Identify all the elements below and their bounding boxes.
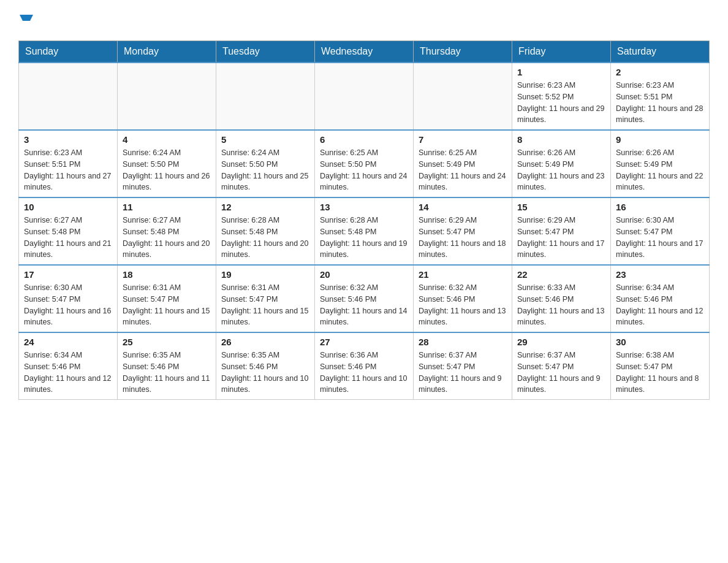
day-info: Sunrise: 6:26 AMSunset: 5:49 PMDaylight:…: [616, 147, 704, 193]
day-info: Sunrise: 6:35 AMSunset: 5:46 PMDaylight:…: [123, 350, 211, 396]
day-info: Sunrise: 6:27 AMSunset: 5:48 PMDaylight:…: [24, 215, 112, 261]
calendar-cell: 29Sunrise: 6:37 AMSunset: 5:47 PMDayligh…: [512, 332, 611, 400]
day-info: Sunrise: 6:30 AMSunset: 5:47 PMDaylight:…: [24, 282, 112, 328]
calendar-cell: 30Sunrise: 6:38 AMSunset: 5:47 PMDayligh…: [611, 332, 710, 400]
calendar-cell: 20Sunrise: 6:32 AMSunset: 5:46 PMDayligh…: [315, 265, 414, 332]
day-number: 6: [320, 134, 408, 145]
day-number: 18: [123, 269, 211, 280]
weekday-header-sunday: Sunday: [19, 41, 118, 63]
calendar-cell: 24Sunrise: 6:34 AMSunset: 5:46 PMDayligh…: [19, 332, 118, 400]
day-number: 12: [221, 202, 309, 212]
day-info: Sunrise: 6:37 AMSunset: 5:47 PMDaylight:…: [419, 350, 507, 396]
day-number: 13: [320, 202, 408, 212]
page-header: [18, 12, 710, 28]
day-number: 25: [123, 337, 211, 347]
calendar-cell: 27Sunrise: 6:36 AMSunset: 5:46 PMDayligh…: [315, 332, 414, 400]
calendar-cell: [216, 63, 315, 130]
day-number: 23: [616, 269, 704, 280]
day-info: Sunrise: 6:28 AMSunset: 5:48 PMDaylight:…: [320, 215, 408, 261]
week-row-5: 24Sunrise: 6:34 AMSunset: 5:46 PMDayligh…: [19, 332, 710, 400]
day-info: Sunrise: 6:24 AMSunset: 5:50 PMDaylight:…: [123, 147, 211, 193]
day-number: 11: [123, 202, 211, 212]
weekday-header-monday: Monday: [118, 41, 216, 63]
calendar-cell: 11Sunrise: 6:27 AMSunset: 5:48 PMDayligh…: [118, 197, 216, 265]
calendar-cell: 14Sunrise: 6:29 AMSunset: 5:47 PMDayligh…: [414, 197, 512, 265]
day-info: Sunrise: 6:34 AMSunset: 5:46 PMDaylight:…: [24, 350, 112, 396]
calendar-cell: [414, 63, 512, 130]
day-info: Sunrise: 6:32 AMSunset: 5:46 PMDaylight:…: [320, 282, 408, 328]
day-info: Sunrise: 6:33 AMSunset: 5:46 PMDaylight:…: [517, 282, 605, 328]
day-number: 5: [221, 134, 309, 145]
calendar-cell: 22Sunrise: 6:33 AMSunset: 5:46 PMDayligh…: [512, 265, 611, 332]
day-info: Sunrise: 6:25 AMSunset: 5:50 PMDaylight:…: [320, 147, 408, 193]
calendar-cell: 28Sunrise: 6:37 AMSunset: 5:47 PMDayligh…: [414, 332, 512, 400]
day-number: 9: [616, 134, 704, 145]
logo-triangle-icon: [20, 10, 33, 23]
day-number: 15: [517, 202, 605, 212]
calendar-body: 1Sunrise: 6:23 AMSunset: 5:52 PMDaylight…: [19, 63, 710, 400]
calendar-cell: 9Sunrise: 6:26 AMSunset: 5:49 PMDaylight…: [611, 130, 710, 197]
day-number: 29: [517, 337, 605, 347]
day-number: 16: [616, 202, 704, 212]
day-info: Sunrise: 6:35 AMSunset: 5:46 PMDaylight:…: [221, 350, 309, 396]
day-info: Sunrise: 6:28 AMSunset: 5:48 PMDaylight:…: [221, 215, 309, 261]
calendar-cell: 25Sunrise: 6:35 AMSunset: 5:46 PMDayligh…: [118, 332, 216, 400]
day-info: Sunrise: 6:24 AMSunset: 5:50 PMDaylight:…: [221, 147, 309, 193]
week-row-3: 10Sunrise: 6:27 AMSunset: 5:48 PMDayligh…: [19, 197, 710, 265]
calendar-cell: 17Sunrise: 6:30 AMSunset: 5:47 PMDayligh…: [19, 265, 118, 332]
day-info: Sunrise: 6:38 AMSunset: 5:47 PMDaylight:…: [616, 350, 704, 396]
calendar-cell: 12Sunrise: 6:28 AMSunset: 5:48 PMDayligh…: [216, 197, 315, 265]
weekday-header-saturday: Saturday: [611, 41, 710, 63]
calendar-cell: 2Sunrise: 6:23 AMSunset: 5:51 PMDaylight…: [611, 63, 710, 130]
day-info: Sunrise: 6:29 AMSunset: 5:47 PMDaylight:…: [419, 215, 507, 261]
calendar-cell: 23Sunrise: 6:34 AMSunset: 5:46 PMDayligh…: [611, 265, 710, 332]
weekday-header-row: SundayMondayTuesdayWednesdayThursdayFrid…: [19, 41, 710, 63]
calendar-cell: 18Sunrise: 6:31 AMSunset: 5:47 PMDayligh…: [118, 265, 216, 332]
logo: [18, 12, 33, 28]
calendar-cell: 19Sunrise: 6:31 AMSunset: 5:47 PMDayligh…: [216, 265, 315, 332]
day-number: 2: [616, 67, 704, 77]
calendar-table: SundayMondayTuesdayWednesdayThursdayFrid…: [18, 40, 710, 400]
calendar-header: SundayMondayTuesdayWednesdayThursdayFrid…: [19, 41, 710, 63]
day-number: 7: [419, 134, 507, 145]
calendar-cell: 5Sunrise: 6:24 AMSunset: 5:50 PMDaylight…: [216, 130, 315, 197]
day-number: 8: [517, 134, 605, 145]
day-number: 28: [419, 337, 507, 347]
day-info: Sunrise: 6:26 AMSunset: 5:49 PMDaylight:…: [517, 147, 605, 193]
day-info: Sunrise: 6:31 AMSunset: 5:47 PMDaylight:…: [123, 282, 211, 328]
weekday-header-wednesday: Wednesday: [315, 41, 414, 63]
weekday-header-tuesday: Tuesday: [216, 41, 315, 63]
weekday-header-thursday: Thursday: [414, 41, 512, 63]
calendar-cell: 26Sunrise: 6:35 AMSunset: 5:46 PMDayligh…: [216, 332, 315, 400]
calendar-cell: 8Sunrise: 6:26 AMSunset: 5:49 PMDaylight…: [512, 130, 611, 197]
day-number: 10: [24, 202, 112, 212]
day-number: 30: [616, 337, 704, 347]
day-number: 21: [419, 269, 507, 280]
day-number: 27: [320, 337, 408, 347]
day-number: 14: [419, 202, 507, 212]
day-info: Sunrise: 6:32 AMSunset: 5:46 PMDaylight:…: [419, 282, 507, 328]
calendar-cell: 13Sunrise: 6:28 AMSunset: 5:48 PMDayligh…: [315, 197, 414, 265]
day-info: Sunrise: 6:34 AMSunset: 5:46 PMDaylight:…: [616, 282, 704, 328]
day-number: 26: [221, 337, 309, 347]
day-info: Sunrise: 6:23 AMSunset: 5:52 PMDaylight:…: [517, 80, 605, 126]
calendar-cell: 4Sunrise: 6:24 AMSunset: 5:50 PMDaylight…: [118, 130, 216, 197]
day-info: Sunrise: 6:25 AMSunset: 5:49 PMDaylight:…: [419, 147, 507, 193]
day-number: 19: [221, 269, 309, 280]
calendar-cell: 16Sunrise: 6:30 AMSunset: 5:47 PMDayligh…: [611, 197, 710, 265]
week-row-4: 17Sunrise: 6:30 AMSunset: 5:47 PMDayligh…: [19, 265, 710, 332]
day-number: 1: [517, 67, 605, 77]
day-info: Sunrise: 6:30 AMSunset: 5:47 PMDaylight:…: [616, 215, 704, 261]
calendar-cell: 15Sunrise: 6:29 AMSunset: 5:47 PMDayligh…: [512, 197, 611, 265]
day-info: Sunrise: 6:23 AMSunset: 5:51 PMDaylight:…: [24, 147, 112, 193]
calendar-cell: 6Sunrise: 6:25 AMSunset: 5:50 PMDaylight…: [315, 130, 414, 197]
day-number: 4: [123, 134, 211, 145]
day-info: Sunrise: 6:29 AMSunset: 5:47 PMDaylight:…: [517, 215, 605, 261]
weekday-header-friday: Friday: [512, 41, 611, 63]
calendar-cell: [315, 63, 414, 130]
day-number: 24: [24, 337, 112, 347]
day-number: 17: [24, 269, 112, 280]
calendar-cell: 7Sunrise: 6:25 AMSunset: 5:49 PMDaylight…: [414, 130, 512, 197]
day-info: Sunrise: 6:27 AMSunset: 5:48 PMDaylight:…: [123, 215, 211, 261]
week-row-2: 3Sunrise: 6:23 AMSunset: 5:51 PMDaylight…: [19, 130, 710, 197]
